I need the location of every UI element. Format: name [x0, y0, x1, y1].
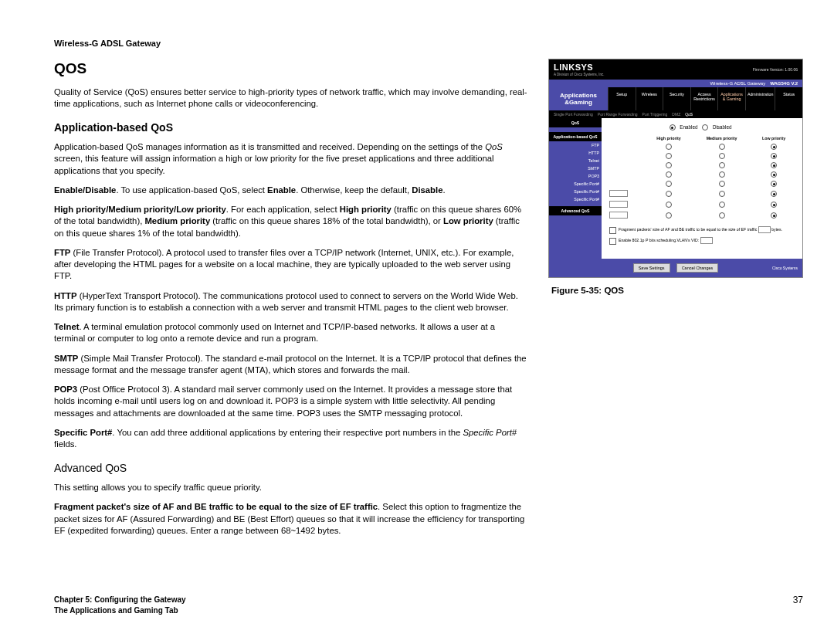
side-smtp: SMTP	[549, 164, 602, 172]
router-product: Wireless-G ADSL Gateway	[710, 81, 765, 86]
linksys-logo: LINKSYS	[554, 63, 593, 72]
enabled-label: Enabled	[680, 124, 697, 130]
ftp-high[interactable]	[666, 144, 672, 150]
tab-admin[interactable]: Administration	[745, 87, 775, 110]
http-para: HTTP (HyperText Transport Protocol). The…	[54, 290, 528, 314]
fragment-checkbox[interactable]	[609, 227, 616, 234]
tab-wireless[interactable]: Wireless	[636, 87, 663, 110]
vlan-checkbox[interactable]	[609, 238, 616, 245]
section-label: Applications &Gaming	[549, 87, 608, 110]
cancel-button[interactable]: Cancel Changes	[676, 263, 719, 273]
sp1-high[interactable]	[666, 191, 672, 197]
vlan-vid-input[interactable]	[700, 237, 713, 244]
specific-port-para: Specific Port#. You can add three additi…	[54, 427, 528, 451]
footer-left: Chapter 5: Configuring the Gateway The A…	[54, 595, 186, 616]
enable-para: Enable/Disable. To use application-based…	[54, 185, 528, 196]
footer-section: The Applications and Gaming Tab	[54, 605, 186, 616]
telnet-para: Telnet. A terminal emulation protocol co…	[54, 321, 528, 345]
sp2-high[interactable]	[666, 202, 672, 208]
sp2-low[interactable]	[771, 202, 777, 208]
subnav: Single Port Forwarding Port Range Forwar…	[549, 110, 802, 118]
subnav-spf[interactable]: Single Port Forwarding	[554, 112, 593, 117]
http-med[interactable]	[719, 153, 725, 159]
side-sp3: Specific Port#	[549, 195, 602, 203]
sp2-med[interactable]	[719, 202, 725, 208]
side-pop3: POP3	[549, 172, 602, 180]
smtp-med[interactable]	[719, 171, 725, 178]
pop3-med[interactable]	[719, 181, 725, 187]
sp3-input[interactable]	[609, 212, 628, 219]
subnav-dmz[interactable]: DMZ	[672, 112, 680, 117]
col-high: High priority	[646, 135, 692, 141]
pop3-high[interactable]	[666, 181, 672, 187]
ftp-para: FTP (File Transfer Protocol). A protocol…	[54, 247, 528, 283]
sp1-low[interactable]	[771, 191, 777, 197]
side-ftp: FTP	[549, 141, 602, 149]
priority-para: High priority/Medium priority/Low priori…	[54, 204, 528, 239]
sp3-med[interactable]	[719, 212, 725, 219]
appqos-para1: Application-based QoS manages informatio…	[54, 141, 528, 177]
disabled-label: Disabled	[713, 124, 732, 130]
enabled-radio[interactable]	[670, 124, 676, 130]
side-sp2: Specific Port#	[549, 188, 602, 195]
subnav-qos[interactable]: QoS	[685, 112, 693, 117]
sp3-low[interactable]	[771, 212, 777, 219]
sp1-med[interactable]	[719, 191, 725, 197]
tab-security[interactable]: Security	[663, 87, 690, 110]
advqos-heading: Advanced QoS	[54, 461, 528, 476]
router-screenshot: LINKSYS A Division of Cisco Systems, Inc…	[548, 59, 803, 278]
page-number: 37	[793, 595, 803, 616]
telnet-med[interactable]	[719, 162, 725, 168]
product-header: Wireless-G ADSL Gateway	[54, 39, 803, 48]
sp2-input[interactable]	[609, 201, 628, 208]
side-appqos: Application-based QoS	[549, 132, 602, 141]
tab-setup[interactable]: Setup	[608, 87, 636, 110]
firmware-label: Firmware Version: 1.00.06	[753, 67, 798, 72]
side-qos: QoS	[549, 118, 602, 127]
side-telnet: Telnet	[549, 157, 602, 164]
figure-caption: Figure 5-35: QOS	[548, 286, 803, 295]
intro-para: Quality of Service (QoS) ensures better …	[54, 86, 528, 110]
side-http: HTTP	[549, 149, 602, 157]
footer-chapter: Chapter 5: Configuring the Gateway	[54, 595, 186, 605]
side-sp1: Specific Port#	[549, 180, 602, 188]
sp3-high[interactable]	[666, 212, 672, 219]
subnav-prf[interactable]: Port Range Forwarding	[598, 112, 638, 117]
priority-table: High priority Medium priority Low priori…	[606, 134, 798, 222]
enable-row: Enabled Disabled	[606, 124, 798, 130]
ftp-med[interactable]	[719, 144, 725, 150]
smtp-para: SMTP (Simple Mail Transfer Protocol). Th…	[54, 353, 528, 377]
col-low: Low priority	[751, 135, 796, 141]
router-model: WAG54G V.2	[770, 81, 798, 86]
fragment-size-input[interactable]	[758, 226, 771, 233]
subnav-trig[interactable]: Port Triggering	[642, 112, 668, 117]
fragment-label: Fragment packets' size of AF and BE traf…	[619, 226, 782, 233]
vlan-label: Enable 802.1p P bits scheduling.VLAN's V…	[619, 237, 713, 244]
fragment-para: Fragment packet's size of AF and BE traf…	[54, 501, 528, 537]
tab-status[interactable]: Status	[775, 87, 802, 110]
tab-access[interactable]: Access Restrictions	[690, 87, 718, 110]
page-title: QOS	[54, 59, 528, 79]
smtp-high[interactable]	[666, 171, 672, 178]
save-button[interactable]: Save Settings	[633, 263, 670, 273]
telnet-high[interactable]	[666, 162, 672, 168]
tab-apps-gaming[interactable]: Applications & Gaming	[717, 87, 745, 110]
cisco-logo: Cisco Systems	[772, 266, 798, 270]
pop3-para: POP3 (Post Office Protocol 3). A standar…	[54, 384, 528, 419]
pop3-low[interactable]	[771, 181, 777, 187]
ftp-low[interactable]	[771, 144, 777, 150]
http-high[interactable]	[666, 153, 672, 159]
main-text-column: QOS Quality of Service (QoS) ensures bet…	[54, 59, 528, 544]
col-med: Medium priority	[693, 135, 751, 141]
side-advqos: Advanced QoS	[549, 206, 602, 215]
disabled-radio[interactable]	[702, 124, 708, 130]
smtp-low[interactable]	[771, 171, 777, 178]
appqos-heading: Application-based QoS	[54, 120, 528, 135]
telnet-low[interactable]	[771, 162, 777, 168]
advqos-para1: This setting allows you to specify traff…	[54, 482, 528, 493]
sp1-input[interactable]	[609, 190, 628, 197]
http-low[interactable]	[771, 153, 777, 159]
figure-column: LINKSYS A Division of Cisco Systems, Inc…	[548, 59, 803, 544]
linksys-tagline: A Division of Cisco Systems, Inc.	[554, 73, 605, 76]
